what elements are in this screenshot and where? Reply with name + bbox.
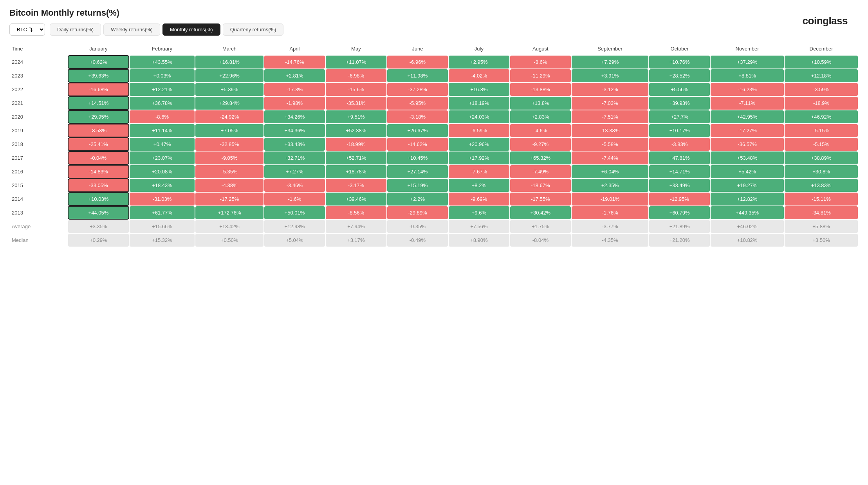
return-cell[interactable]: -17.55% [510, 193, 571, 206]
return-cell[interactable]: +12.21% [130, 83, 195, 96]
return-cell[interactable]: +44.05% [68, 206, 129, 219]
return-cell[interactable]: +15.32% [130, 234, 195, 247]
return-cell[interactable]: +18.43% [130, 179, 195, 192]
return-cell[interactable]: +2.2% [387, 193, 448, 206]
return-cell[interactable]: +6.04% [572, 165, 648, 178]
return-cell[interactable]: -3.46% [264, 179, 325, 192]
return-cell[interactable]: +15.19% [387, 179, 448, 192]
btc-selector[interactable]: BTC ⇅ [9, 23, 45, 36]
return-cell[interactable]: -36.57% [711, 138, 784, 151]
return-cell[interactable]: +60.79% [649, 206, 710, 219]
return-cell[interactable]: +24.03% [449, 110, 509, 123]
return-cell[interactable]: +46.92% [785, 110, 858, 123]
return-cell[interactable]: +10.17% [649, 124, 710, 137]
return-cell[interactable]: +12.98% [264, 220, 325, 233]
return-cell[interactable]: -17.3% [264, 83, 325, 96]
return-cell[interactable]: +21.20% [649, 234, 710, 247]
return-cell[interactable]: -11.29% [510, 69, 571, 82]
return-cell[interactable]: +9.6% [449, 206, 509, 219]
return-cell[interactable]: +5.56% [649, 83, 710, 96]
return-cell[interactable]: +52.71% [326, 151, 386, 164]
return-cell[interactable]: +13.8% [510, 97, 571, 110]
return-cell[interactable]: -15.6% [326, 83, 386, 96]
return-cell[interactable]: -32.85% [195, 138, 263, 151]
return-cell[interactable]: +46.02% [711, 220, 784, 233]
return-cell[interactable]: +17.92% [449, 151, 509, 164]
return-cell[interactable]: -1.6% [264, 193, 325, 206]
tab-weekly[interactable]: Weekly returns(%) [103, 23, 160, 36]
return-cell[interactable]: +50.01% [264, 206, 325, 219]
return-cell[interactable]: +34.26% [264, 110, 325, 123]
return-cell[interactable]: +5.04% [264, 234, 325, 247]
return-cell[interactable]: -3.77% [572, 220, 648, 233]
return-cell[interactable]: -12.95% [649, 193, 710, 206]
return-cell[interactable]: +8.2% [449, 179, 509, 192]
return-cell[interactable]: -16.68% [68, 83, 129, 96]
return-cell[interactable]: +10.76% [649, 56, 710, 69]
return-cell[interactable]: -4.35% [572, 234, 648, 247]
return-cell[interactable]: -9.05% [195, 151, 263, 164]
return-cell[interactable]: +38.89% [785, 151, 858, 164]
return-cell[interactable]: +26.67% [387, 124, 448, 137]
return-cell[interactable]: +29.95% [68, 110, 129, 123]
return-cell[interactable]: +8.81% [711, 69, 784, 82]
return-cell[interactable]: +13.42% [195, 220, 263, 233]
return-cell[interactable]: +53.48% [711, 151, 784, 164]
return-cell[interactable]: -5.35% [195, 165, 263, 178]
return-cell[interactable]: +15.66% [130, 220, 195, 233]
return-cell[interactable]: -24.92% [195, 110, 263, 123]
return-cell[interactable]: -0.35% [387, 220, 448, 233]
return-cell[interactable]: +10.03% [68, 193, 129, 206]
return-cell[interactable]: -14.76% [264, 56, 325, 69]
return-cell[interactable]: +7.29% [572, 56, 648, 69]
return-cell[interactable]: +10.45% [387, 151, 448, 164]
return-cell[interactable]: +7.05% [195, 124, 263, 137]
return-cell[interactable]: -8.6% [130, 110, 195, 123]
return-cell[interactable]: +23.07% [130, 151, 195, 164]
tab-daily[interactable]: Daily returns(%) [50, 23, 101, 36]
return-cell[interactable]: +2.83% [510, 110, 571, 123]
return-cell[interactable]: +39.63% [68, 69, 129, 82]
return-cell[interactable]: +10.59% [785, 56, 858, 69]
return-cell[interactable]: -1.98% [264, 97, 325, 110]
return-cell[interactable]: -16.23% [711, 83, 784, 96]
return-cell[interactable]: -7.11% [711, 97, 784, 110]
return-cell[interactable]: +3.35% [68, 220, 129, 233]
return-cell[interactable]: -19.01% [572, 193, 648, 206]
return-cell[interactable]: +3.50% [785, 234, 858, 247]
return-cell[interactable]: -17.25% [195, 193, 263, 206]
return-cell[interactable]: +43.55% [130, 56, 195, 69]
return-cell[interactable]: +27.14% [387, 165, 448, 178]
return-cell[interactable]: -6.96% [387, 56, 448, 69]
return-cell[interactable]: -3.83% [649, 138, 710, 151]
return-cell[interactable]: -8.56% [326, 206, 386, 219]
return-cell[interactable]: +33.49% [649, 179, 710, 192]
return-cell[interactable]: +13.83% [785, 179, 858, 192]
return-cell[interactable]: -18.9% [785, 97, 858, 110]
return-cell[interactable]: -3.12% [572, 83, 648, 96]
return-cell[interactable]: -37.28% [387, 83, 448, 96]
return-cell[interactable]: -8.04% [510, 234, 571, 247]
return-cell[interactable]: +3.91% [572, 69, 648, 82]
return-cell[interactable]: -9.69% [449, 193, 509, 206]
return-cell[interactable]: -5.15% [785, 138, 858, 151]
tab-monthly[interactable]: Monthly returns(%) [162, 23, 220, 36]
return-cell[interactable]: -9.27% [510, 138, 571, 151]
tab-quarterly[interactable]: Quarterly returns(%) [223, 23, 284, 36]
return-cell[interactable]: -7.51% [572, 110, 648, 123]
return-cell[interactable]: -7.49% [510, 165, 571, 178]
return-cell[interactable]: +16.8% [449, 83, 509, 96]
return-cell[interactable]: -29.89% [387, 206, 448, 219]
return-cell[interactable]: -5.95% [387, 97, 448, 110]
return-cell[interactable]: -13.88% [510, 83, 571, 96]
return-cell[interactable]: +9.51% [326, 110, 386, 123]
return-cell[interactable]: +14.71% [649, 165, 710, 178]
return-cell[interactable]: -3.18% [387, 110, 448, 123]
return-cell[interactable]: +1.75% [510, 220, 571, 233]
return-cell[interactable]: +14.51% [68, 97, 129, 110]
return-cell[interactable]: +5.42% [711, 165, 784, 178]
return-cell[interactable]: -7.44% [572, 151, 648, 164]
return-cell[interactable]: -15.11% [785, 193, 858, 206]
return-cell[interactable]: +5.39% [195, 83, 263, 96]
return-cell[interactable]: +449.35% [711, 206, 784, 219]
